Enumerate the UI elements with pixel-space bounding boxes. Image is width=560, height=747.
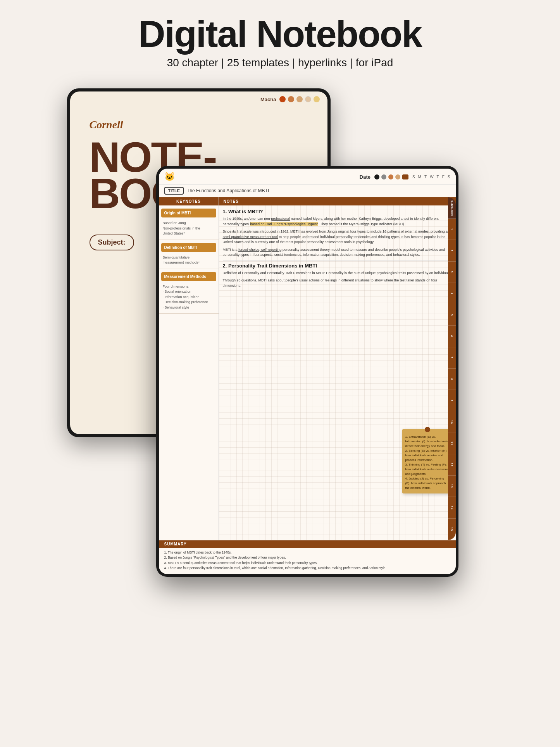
summary-item-2: 2. Based on Jung's "Psychological Types"…	[164, 555, 450, 561]
keynote-card-3: Measurement Methods	[161, 272, 216, 281]
color-dot-1	[279, 96, 286, 102]
summary-section: SUMMARY 1. The origin of MBTI dates back…	[159, 540, 456, 574]
side-tab-8[interactable]: 8	[448, 369, 456, 390]
side-tab-3[interactable]: 3	[448, 262, 456, 283]
keynote-sub-3: Four dimensions: · Social orientation · …	[159, 283, 219, 314]
section-1-text-1: In the 1940s, an American non-profession…	[223, 216, 452, 227]
notes-dot-5	[402, 174, 408, 179]
notes-title-row: TITLE The Functions and Applications of …	[159, 185, 456, 197]
tablets-container: Macha Cornell NOTE- BOO Subject:	[48, 88, 513, 709]
section-1-text-3: MBTI is a forced-choice, self-reporting …	[223, 247, 452, 258]
sticky-content: 1. Extraversion (E) vs. Introversion (I)…	[405, 435, 450, 490]
notes-dot-1	[374, 174, 379, 179]
section-2-title: 2. Personality Trait Dimensions in MBTI	[223, 263, 452, 269]
cornell-label: Cornell	[90, 119, 308, 131]
section-2-text-1: Definition of Personality and Personalit…	[223, 271, 452, 276]
subject-field: Subject:	[90, 235, 134, 250]
side-tab-12[interactable]: 12	[448, 454, 456, 476]
side-tab-1[interactable]: 1	[448, 219, 456, 240]
side-tab-14[interactable]: 14	[448, 497, 456, 518]
notes-dot-4	[395, 174, 400, 179]
color-dot-4	[305, 96, 311, 102]
macha-label: Macha	[260, 97, 276, 102]
keynote-card-2: Definition of MBTI	[161, 243, 216, 252]
keynote-sub-1: Based on JungNon-professionals in theUni…	[159, 219, 219, 240]
tablet-front-screen: 🐱 Date S M T W	[159, 169, 456, 574]
section-divider	[223, 260, 452, 261]
side-tab-13[interactable]: 13	[448, 476, 456, 497]
side-tabs: CONTENTS 1 2 3 4 5 6 7 8 9 10 11 12 13 1…	[448, 197, 456, 540]
date-section: Date S M T W T F S	[360, 174, 450, 180]
summary-content: 1. The origin of MBTI dates back to the …	[159, 548, 456, 574]
summary-item-4: 4. There are four personality trait dime…	[164, 566, 450, 571]
color-dot-3	[296, 96, 303, 102]
side-tab-10[interactable]: 10	[448, 411, 456, 433]
color-dot-5	[314, 96, 320, 102]
side-tab-11[interactable]: 11	[448, 433, 456, 454]
side-tab-7[interactable]: 7	[448, 347, 456, 369]
keynote-card-1: Origin of MBTI	[161, 209, 216, 217]
keynote-sub-2: Semi-quantitativemeasurement methods*	[159, 254, 219, 269]
notes-dot-2	[381, 174, 386, 179]
color-palette	[279, 96, 320, 102]
notes-color-palette	[374, 174, 408, 179]
notes-section-header: NOTES	[219, 197, 456, 205]
side-tab-9[interactable]: 9	[448, 390, 456, 411]
side-tab-6[interactable]: 6	[448, 326, 456, 347]
tablet-front: 🐱 Date S M T W	[156, 166, 458, 577]
notes-body: KEYNOTES Origin of MBTI Based on JungNon…	[159, 197, 456, 540]
side-tab-2[interactable]: 2	[448, 240, 456, 261]
day-labels: S M T W T F S	[412, 175, 450, 179]
notes-panel: NOTES 1. What is MBTI? In the 1940s, an …	[219, 197, 456, 540]
sticky-pin	[425, 427, 430, 432]
notes-dot-3	[388, 174, 393, 179]
section-1-text-2: Since its first scale was introduced in …	[223, 229, 452, 245]
page-subtitle: 30 chapter | 25 templates | hyperlinks |…	[167, 57, 393, 69]
summary-header: SUMMARY	[159, 540, 456, 548]
summary-item-1: 1. The origin of MBTI dates back to the …	[164, 550, 450, 556]
title-badge: TITLE	[164, 187, 184, 195]
side-tab-contents[interactable]: CONTENTS	[448, 197, 456, 219]
notes-top-bar: 🐱 Date S M T W	[159, 169, 456, 185]
side-tab-4[interactable]: 4	[448, 283, 456, 304]
top-bar-back: Macha	[70, 91, 327, 107]
sticky-note: 1. Extraversion (E) vs. Introversion (I)…	[402, 429, 453, 493]
keynotes-header: KEYNOTES	[159, 197, 219, 205]
title-text: The Functions and Applications of MBTI	[187, 188, 269, 193]
subject-label: Subject:	[98, 238, 126, 246]
top-bar-left: 🐱	[164, 172, 175, 182]
ghost-icon: 🐱	[164, 172, 175, 182]
page-title: Digital Notebook	[138, 16, 422, 53]
date-label: Date	[360, 174, 370, 180]
color-dot-2	[288, 96, 294, 102]
summary-item-3: 3. MBTI is a semi-quantitative measureme…	[164, 561, 450, 566]
keynotes-panel: KEYNOTES Origin of MBTI Based on JungNon…	[159, 197, 219, 540]
section-2-text-2: Through 93 questions, MBTI asks about pe…	[223, 278, 452, 288]
side-tab-5[interactable]: 5	[448, 304, 456, 326]
section-1-title: 1. What is MBTI?	[223, 209, 452, 214]
